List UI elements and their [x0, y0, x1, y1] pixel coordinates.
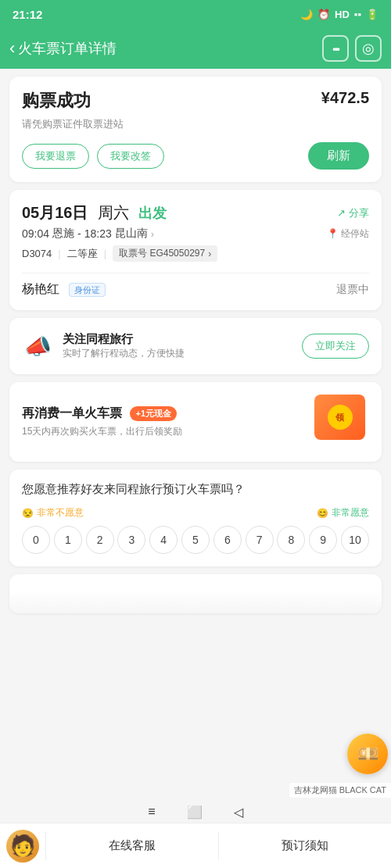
target-button[interactable]: ◎ — [355, 35, 382, 62]
stop-label: 经停站 — [341, 227, 369, 241]
cashback-title: 再消费一单火车票 +1元现金 — [22, 405, 182, 422]
rating-label-left: 😒 非常不愿意 — [22, 506, 84, 520]
rating-number-9[interactable]: 9 — [309, 526, 337, 554]
purchase-success-card: 购票成功 ¥472.5 请凭购票证件取票进站 我要退票 我要改签 刷新 — [9, 77, 382, 182]
rating-number-4[interactable]: 4 — [149, 526, 178, 554]
happy-emoji: 😊 — [317, 508, 328, 519]
rating-number-0[interactable]: 0 — [22, 526, 50, 554]
target-icon: ◎ — [362, 40, 375, 57]
purchase-title: 购票成功 — [22, 89, 91, 113]
separator: - — [77, 227, 81, 240]
rating-label-right: 😊 非常愿意 — [317, 506, 369, 520]
avatar-section[interactable]: 🧑 — [0, 823, 45, 868]
watermark: 吉林龙网猫 BLACK CAT — [289, 783, 391, 798]
menu-icon[interactable]: ≡ — [148, 805, 155, 819]
follow-card: 📣 关注同程旅行 实时了解行程动态，方便快捷 立即关注 — [9, 318, 382, 374]
back-icon[interactable]: ◁ — [234, 805, 243, 820]
header: ‹ 火车票订单详情 ••• ◎ — [0, 28, 391, 69]
purchase-actions: 我要退票 我要改签 刷新 — [22, 142, 369, 170]
trip-date-section: 05月16日 周六 出发 — [22, 202, 167, 223]
cashback-card: 再消费一单火车票 +1元现金 15天内再次购买火车票，出行后领奖励 领 — [9, 382, 382, 462]
depart-time: 09:04 — [22, 227, 49, 240]
home-icon[interactable]: ⬜ — [187, 805, 203, 820]
passenger-row: 杨艳红 身份证 退票中 — [22, 281, 369, 298]
avatar-image: 🧑 — [10, 834, 35, 858]
cashback-info: 再消费一单火车票 +1元现金 15天内再次购买火车票，出行后领奖励 — [22, 405, 182, 438]
unhappy-emoji: 😒 — [22, 508, 34, 519]
rating-card: 您愿意推荐好友来同程旅行预订火车票吗？ 😒 非常不愿意 😊 非常愿意 01234… — [9, 470, 382, 566]
train-number: D3074 — [22, 248, 52, 259]
float-envelope-button[interactable]: 💴 — [347, 734, 388, 774]
follow-title: 关注同程旅行 — [63, 332, 185, 347]
card-divider — [22, 273, 369, 273]
rating-number-5[interactable]: 5 — [181, 526, 210, 554]
to-station: 昆山南 — [115, 227, 148, 241]
header-back[interactable]: ‹ 火车票订单详情 — [9, 38, 117, 59]
customer-service-label: 在线客服 — [109, 838, 156, 853]
header-actions: ••• ◎ — [322, 35, 382, 62]
rating-number-3[interactable]: 3 — [117, 526, 145, 554]
follow-button[interactable]: 立即关注 — [302, 334, 369, 359]
float-envelope-icon: 💴 — [357, 744, 378, 764]
from-station: 恩施 — [52, 227, 74, 241]
separator2: | — [104, 248, 106, 259]
envelope-label: 领 — [328, 405, 353, 430]
refund-status: 退票中 — [336, 283, 369, 297]
back-arrow-icon[interactable]: ‹ — [9, 38, 15, 59]
separator1: | — [58, 248, 60, 259]
follow-subtitle: 实时了解行程动态，方便快捷 — [63, 347, 185, 360]
partial-section — [9, 574, 382, 613]
booking-notice-nav-item[interactable]: 预订须知 — [219, 823, 391, 868]
more-button[interactable]: ••• — [322, 35, 349, 62]
megaphone-icon: 📣 — [22, 330, 53, 362]
very-willing-label: 非常愿意 — [332, 506, 369, 520]
battery-icon: 🔋 — [366, 9, 378, 20]
arrive-time: 18:23 — [84, 227, 112, 240]
trip-depart-label: 出发 — [138, 205, 167, 221]
route-arrow-icon: › — [151, 228, 154, 240]
ticket-number-badge[interactable]: 取票号 EG45050297 › — [113, 245, 217, 262]
follow-info: 📣 关注同程旅行 实时了解行程动态，方便快捷 — [22, 330, 185, 362]
red-envelope-icon: 领 — [314, 395, 369, 449]
rating-number-2[interactable]: 2 — [86, 526, 114, 554]
rating-scale-labels: 😒 非常不愿意 😊 非常愿意 — [22, 506, 369, 520]
stop-stations-button[interactable]: 📍 经停站 — [327, 227, 369, 241]
status-icons: 🌙 ⏰ HD ▪▪ 🔋 — [300, 9, 378, 20]
rating-number-6[interactable]: 6 — [213, 526, 242, 554]
trip-weekday: 周六 — [98, 204, 129, 221]
trip-date: 05月16日 — [22, 204, 88, 221]
refresh-button[interactable]: 刷新 — [308, 142, 369, 170]
id-type-badge: 身份证 — [69, 283, 106, 297]
rating-number-10[interactable]: 10 — [341, 526, 369, 554]
purchase-subtitle: 请凭购票证件取票进站 — [22, 117, 369, 131]
trip-card: 05月16日 周六 出发 ↗ 分享 09:04 恩施 - 18:23 昆山南 ›… — [9, 190, 382, 310]
status-bar: 21:12 🌙 ⏰ HD ▪▪ 🔋 — [0, 0, 391, 28]
status-time: 21:12 — [13, 8, 42, 21]
cashback-badge: +1元现金 — [130, 406, 177, 421]
rating-number-7[interactable]: 7 — [246, 526, 274, 554]
seat-type: 二等座 — [67, 247, 98, 261]
trip-info-row: D3074 | 二等座 | 取票号 EG45050297 › — [22, 245, 369, 262]
wifi-icon: HD — [335, 9, 350, 20]
share-label: 分享 — [349, 206, 369, 220]
share-icon: ↗ — [337, 207, 346, 219]
rating-number-8[interactable]: 8 — [277, 526, 305, 554]
ticket-arrow-icon: › — [208, 248, 211, 259]
trip-route-row: 09:04 恩施 - 18:23 昆山南 › 📍 经停站 — [22, 227, 369, 241]
user-avatar: 🧑 — [6, 830, 39, 863]
rating-number-1[interactable]: 1 — [54, 526, 82, 554]
purchase-price: ¥472.5 — [321, 89, 369, 107]
share-button[interactable]: ↗ 分享 — [337, 206, 369, 220]
extra-spacer — [0, 666, 391, 690]
bottom-navigation: 🧑 在线客服 预订须知 — [0, 823, 391, 868]
location-icon: 📍 — [327, 228, 339, 239]
fade-overlay — [9, 590, 382, 613]
bottom-spacer — [0, 621, 391, 666]
refund-button[interactable]: 我要退票 — [22, 144, 89, 169]
customer-service-nav-item[interactable]: 在线客服 — [46, 823, 218, 868]
clock-icon: ⏰ — [317, 9, 330, 20]
change-ticket-button[interactable]: 我要改签 — [97, 144, 164, 169]
booking-notice-label: 预订须知 — [282, 838, 328, 853]
system-bottom-bar: ≡ ⬜ ◁ — [0, 801, 391, 823]
ticket-number-label: 取票号 EG45050297 — [119, 247, 205, 260]
